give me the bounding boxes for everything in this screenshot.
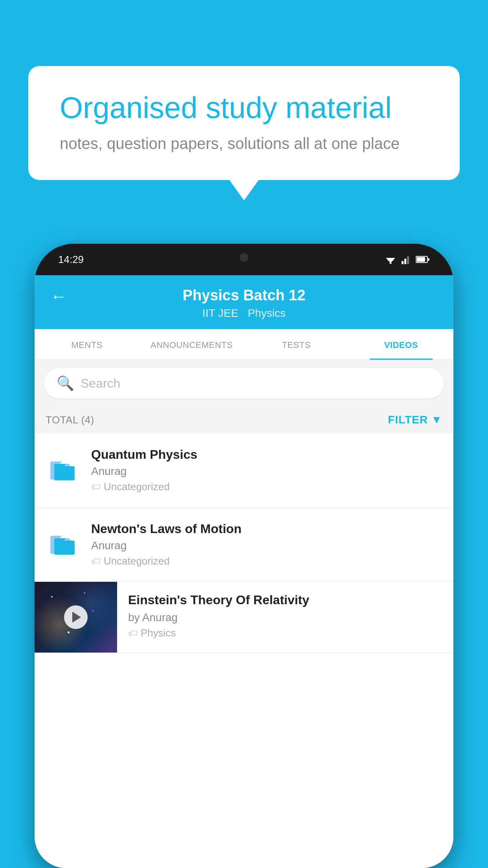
svg-rect-6 bbox=[407, 256, 409, 264]
svg-rect-13 bbox=[54, 541, 75, 555]
filter-icon: ▼ bbox=[431, 414, 442, 426]
wifi-icon bbox=[384, 255, 397, 264]
item-title: Quantum Physics bbox=[91, 447, 442, 462]
video-info: Einstein's Theory Of Relativity by Anura… bbox=[117, 582, 453, 650]
app-header: ← Physics Batch 12 IIT JEE Physics bbox=[35, 275, 453, 329]
svg-rect-9 bbox=[428, 258, 429, 261]
content-list: Quantum Physics Anurag 🏷 Uncategorized bbox=[35, 433, 453, 868]
header-top: ← Physics Batch 12 bbox=[50, 287, 438, 304]
search-icon: 🔍 bbox=[57, 375, 74, 392]
list-item-video[interactable]: Einstein's Theory Of Relativity by Anura… bbox=[35, 582, 453, 653]
tag-icon: 🏷 bbox=[91, 482, 101, 493]
search-input[interactable]: Search bbox=[81, 376, 120, 391]
tag-icon: 🏷 bbox=[91, 556, 101, 567]
folder-icon bbox=[46, 453, 80, 487]
item-title: Newton's Laws of Motion bbox=[91, 522, 442, 536]
header-subtitles: IIT JEE Physics bbox=[202, 307, 286, 320]
tab-tests[interactable]: TESTS bbox=[244, 329, 349, 360]
tab-announcements[interactable]: ANNOUNCEMENTS bbox=[139, 329, 244, 360]
bubble-subtitle: notes, question papers, solutions all at… bbox=[60, 135, 428, 153]
play-triangle-icon bbox=[72, 612, 81, 623]
status-bar: 14:29 bbox=[35, 244, 453, 275]
speech-bubble-container: Organised study material notes, question… bbox=[28, 66, 460, 180]
search-bar[interactable]: 🔍 Search bbox=[44, 368, 444, 399]
item-author: Anurag bbox=[91, 465, 442, 478]
list-item[interactable]: Newton's Laws of Motion Anurag 🏷 Uncateg… bbox=[35, 508, 453, 582]
item-info: Quantum Physics Anurag 🏷 Uncategorized bbox=[91, 447, 442, 493]
filter-button[interactable]: FILTER ▼ bbox=[388, 414, 442, 426]
tab-ments[interactable]: MENTS bbox=[35, 329, 139, 360]
item-tag: 🏷 Uncategorized bbox=[91, 481, 442, 493]
header-subtitle-1: IIT JEE bbox=[202, 307, 238, 320]
phone-frame: 14:29 bbox=[35, 244, 453, 868]
battery-icon bbox=[416, 256, 430, 263]
svg-rect-11 bbox=[54, 466, 75, 480]
item-author: Anurag bbox=[91, 539, 442, 552]
svg-rect-4 bbox=[402, 261, 404, 264]
status-time: 14:29 bbox=[58, 254, 84, 266]
tag-icon: 🏷 bbox=[128, 628, 138, 639]
signal-icon bbox=[402, 255, 411, 264]
tag-label: Physics bbox=[141, 627, 176, 639]
video-tag: 🏷 Physics bbox=[128, 627, 442, 639]
svg-rect-8 bbox=[416, 257, 425, 262]
filter-label: FILTER bbox=[388, 414, 428, 426]
search-container: 🔍 Search bbox=[35, 360, 453, 406]
back-button[interactable]: ← bbox=[50, 287, 67, 306]
phone-notch bbox=[213, 244, 275, 267]
video-title: Einstein's Theory Of Relativity bbox=[128, 593, 442, 607]
folder-icon bbox=[46, 527, 80, 562]
svg-point-3 bbox=[390, 262, 392, 264]
list-item[interactable]: Quantum Physics Anurag 🏷 Uncategorized bbox=[35, 433, 453, 508]
total-count: TOTAL (4) bbox=[46, 414, 94, 426]
bubble-title: Organised study material bbox=[60, 90, 428, 125]
header-title: Physics Batch 12 bbox=[183, 287, 306, 304]
video-author: by Anurag bbox=[128, 611, 442, 624]
video-thumbnail bbox=[35, 582, 117, 653]
header-subtitle-2: Physics bbox=[248, 307, 285, 320]
tag-label: Uncategorized bbox=[104, 481, 170, 493]
item-tag: 🏷 Uncategorized bbox=[91, 555, 442, 567]
play-button[interactable] bbox=[64, 605, 88, 629]
tabs-bar: MENTS ANNOUNCEMENTS TESTS VIDEOS bbox=[35, 329, 453, 360]
phone-screen: ← Physics Batch 12 IIT JEE Physics MENTS… bbox=[35, 275, 453, 868]
tag-label: Uncategorized bbox=[104, 555, 170, 567]
tab-videos[interactable]: VIDEOS bbox=[349, 329, 454, 360]
status-icons bbox=[384, 255, 430, 264]
camera-dot bbox=[240, 253, 248, 262]
svg-rect-5 bbox=[404, 259, 406, 264]
speech-bubble: Organised study material notes, question… bbox=[28, 66, 460, 180]
item-info: Newton's Laws of Motion Anurag 🏷 Uncateg… bbox=[91, 522, 442, 567]
filter-bar: TOTAL (4) FILTER ▼ bbox=[35, 406, 453, 433]
